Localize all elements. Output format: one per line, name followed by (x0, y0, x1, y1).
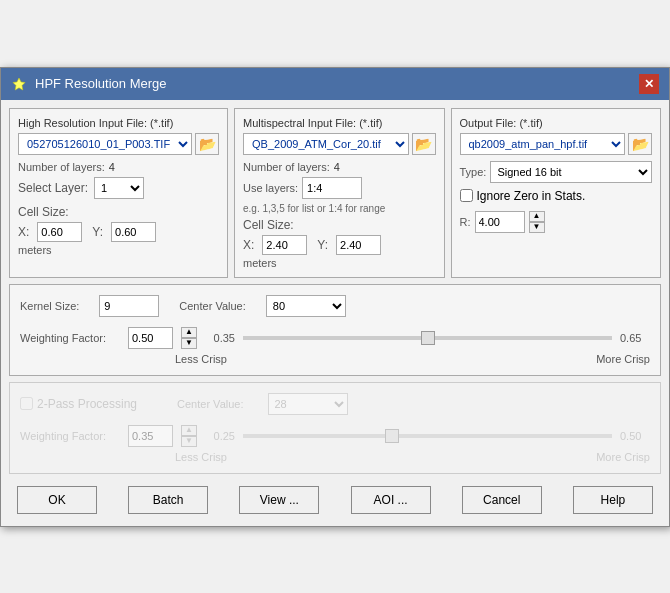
multispectral-x-input[interactable] (262, 235, 307, 255)
high-res-x-label: X: (18, 225, 29, 239)
pass2-section: 2-Pass Processing Center Value: 28 Weigh… (9, 382, 661, 474)
high-res-layers-value: 4 (109, 161, 115, 173)
type-row: Type: Signed 16 bit Unsigned 8 bit Unsig… (460, 161, 653, 183)
pass2-slider-max-label: 0.50 (620, 430, 650, 442)
weighting-slider[interactable] (243, 336, 612, 340)
pass2-weighting-slider[interactable] (243, 434, 612, 438)
slider-container (243, 336, 612, 340)
two-pass-checkbox[interactable] (20, 397, 33, 410)
crisp-labels-row: Less Crisp More Crisp (175, 353, 650, 365)
weighting-factor-label: Weighting Factor: (20, 332, 120, 344)
r-label: R: (460, 216, 471, 228)
ignore-zero-checkbox[interactable] (460, 189, 473, 202)
wf-down-button[interactable]: ▼ (181, 338, 197, 349)
cancel-button[interactable]: Cancel (462, 486, 542, 514)
high-res-cell-label: Cell Size: (18, 205, 215, 219)
batch-button[interactable]: Batch (128, 486, 208, 514)
high-res-file-row: 052705126010_01_P003.TIF 📂 (18, 133, 219, 155)
output-panel: Output File: (*.tif) qb2009_atm_pan_hpf.… (451, 108, 662, 278)
pass2-wf-up-button[interactable]: ▲ (181, 425, 197, 436)
pass2-slider-min-label: 0.25 (205, 430, 235, 442)
dialog-body: High Resolution Input File: (*.tif) 0527… (1, 100, 669, 526)
high-res-label: High Resolution Input File: (*.tif) (18, 117, 219, 129)
high-res-x-input[interactable] (37, 222, 82, 242)
use-layers-row: Use layers: (243, 177, 436, 199)
pass2-slider-container (243, 434, 612, 438)
dialog-title: HPF Resolution Merge (35, 76, 167, 91)
multispectral-file-row: QB_2009_ATM_Cor_20.tif 📂 (243, 133, 436, 155)
output-folder-button[interactable]: 📂 (628, 133, 652, 155)
multispectral-x-label: X: (243, 238, 254, 252)
r-down-button[interactable]: ▼ (529, 222, 545, 233)
title-bar: HPF Resolution Merge ✕ (1, 68, 669, 100)
folder-icon-out: 📂 (632, 136, 649, 152)
high-res-select-layer-label: Select Layer: (18, 181, 88, 195)
high-res-meters: meters (18, 244, 219, 256)
footer: OK Batch View ... AOI ... Cancel Help (9, 482, 661, 518)
high-res-cell-row: X: Y: (18, 222, 219, 242)
help-button[interactable]: Help (573, 486, 653, 514)
wf-up-button[interactable]: ▲ (181, 327, 197, 338)
multispectral-y-input[interactable] (336, 235, 381, 255)
pass2-weighting-factor-input[interactable] (128, 425, 173, 447)
type-label: Type: (460, 166, 487, 178)
pass2-wf-spinner: ▲ ▼ (181, 425, 197, 447)
slider-max-label: 0.65 (620, 332, 650, 344)
high-res-layer-select[interactable]: 1 (94, 177, 144, 199)
multispectral-panel: Multispectral Input File: (*.tif) QB_200… (234, 108, 445, 278)
folder-icon: 📂 (199, 136, 216, 152)
high-res-layers-row: Number of layers: 4 (18, 161, 219, 173)
weighting-factor-input[interactable] (128, 327, 173, 349)
multispectral-cell-row: X: Y: (243, 235, 436, 255)
use-layers-input[interactable] (302, 177, 362, 199)
multispectral-y-label: Y: (317, 238, 328, 252)
multispectral-layers-value: 4 (334, 161, 340, 173)
multispectral-layers-row: Number of layers: 4 (243, 161, 436, 173)
type-select[interactable]: Signed 16 bit Unsigned 8 bit Unsigned 16… (490, 161, 652, 183)
multispectral-cell-section: Cell Size: X: Y: meters (243, 218, 436, 269)
use-layers-label: Use layers: (243, 182, 298, 194)
pass2-more-crisp-label: More Crisp (596, 451, 650, 463)
aoi-button[interactable]: AOI ... (351, 486, 431, 514)
ignore-zero-row: Ignore Zero in Stats. (460, 189, 653, 203)
r-up-button[interactable]: ▲ (529, 211, 545, 222)
pass2-wf-down-button[interactable]: ▼ (181, 436, 197, 447)
pass2-weighting-factor-label: Weighting Factor: (20, 430, 120, 442)
multispectral-label: Multispectral Input File: (*.tif) (243, 117, 436, 129)
multispectral-cell-label: Cell Size: (243, 218, 432, 232)
two-pass-label: 2-Pass Processing (37, 397, 137, 411)
kernel-size-label: Kernel Size: (20, 300, 79, 312)
view-button[interactable]: View ... (239, 486, 319, 514)
multispectral-meters: meters (243, 257, 436, 269)
kernel-section: Kernel Size: Center Value: 80 90 100 110… (9, 284, 661, 376)
ok-button[interactable]: OK (17, 486, 97, 514)
high-res-file-select[interactable]: 052705126010_01_P003.TIF (18, 133, 192, 155)
kernel-row: Kernel Size: Center Value: 80 90 100 110… (20, 295, 650, 317)
pass2-center-value-select[interactable]: 28 (268, 393, 348, 415)
pass2-weighting-row: Weighting Factor: ▲ ▼ 0.25 0.50 (20, 425, 650, 447)
title-bar-left: HPF Resolution Merge (11, 76, 167, 92)
pass2-center-value-label: Center Value: (177, 398, 243, 410)
main-dialog: HPF Resolution Merge ✕ High Resolution I… (0, 67, 670, 527)
high-res-select-layer-row: Select Layer: 1 (18, 177, 219, 199)
high-res-layers-label: Number of layers: (18, 161, 105, 173)
folder-icon-ms: 📂 (415, 136, 432, 152)
multispectral-file-select[interactable]: QB_2009_ATM_Cor_20.tif (243, 133, 409, 155)
high-res-panel: High Resolution Input File: (*.tif) 0527… (9, 108, 228, 278)
multispectral-folder-button[interactable]: 📂 (412, 133, 436, 155)
output-label: Output File: (*.tif) (460, 117, 653, 129)
kernel-size-input[interactable] (99, 295, 159, 317)
r-input[interactable] (475, 211, 525, 233)
pass2-checkbox-row: 2-Pass Processing (20, 397, 137, 411)
close-button[interactable]: ✕ (639, 74, 659, 94)
high-res-folder-button[interactable]: 📂 (195, 133, 219, 155)
center-value-select[interactable]: 80 90 100 110 120 (266, 295, 346, 317)
high-res-y-input[interactable] (111, 222, 156, 242)
slider-min-label: 0.35 (205, 332, 235, 344)
weighting-row: Weighting Factor: ▲ ▼ 0.35 0.65 (20, 327, 650, 349)
multispectral-layers-label: Number of layers: (243, 161, 330, 173)
high-res-cell-section: Cell Size: X: Y: meters (18, 205, 219, 256)
r-spinner: ▲ ▼ (529, 211, 545, 233)
high-res-y-label: Y: (92, 225, 103, 239)
output-file-select[interactable]: qb2009_atm_pan_hpf.tif (460, 133, 626, 155)
